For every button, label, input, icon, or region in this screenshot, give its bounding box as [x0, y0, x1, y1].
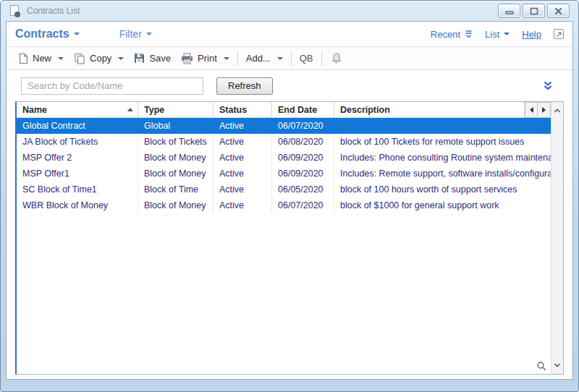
- menu-right-group: Recent List Help: [431, 29, 564, 40]
- toolbar-separator: [237, 51, 238, 66]
- cell-type: Block of Time: [138, 182, 214, 197]
- new-page-icon: [19, 53, 28, 64]
- title-bar: Contracts List: [1, 1, 578, 21]
- cell-name: JA Block of Tickets: [17, 134, 138, 150]
- chevron-down-icon: [74, 33, 80, 35]
- cell-description: block of 100 hours worth of support serv…: [334, 182, 551, 197]
- table-row[interactable]: MSP Offer 2 Block of Money Active 06/09/…: [17, 150, 551, 166]
- search-bar: Refresh: [7, 70, 572, 101]
- maximize-button[interactable]: [523, 4, 545, 18]
- new-button[interactable]: New: [14, 49, 69, 68]
- qb-button-label: QB: [300, 53, 313, 64]
- chevron-down-icon: [146, 33, 152, 35]
- recent-menu[interactable]: Recent: [431, 29, 473, 40]
- save-button[interactable]: Save: [129, 49, 176, 68]
- cell-status: Active: [214, 182, 272, 197]
- column-header-description[interactable]: Description: [334, 102, 525, 117]
- vertical-scrollbar[interactable]: [551, 102, 563, 374]
- window-title: Contracts List: [27, 6, 498, 16]
- cell-type: Block of Money: [138, 150, 214, 166]
- filter-menu[interactable]: Filter: [119, 28, 152, 40]
- close-button[interactable]: [547, 4, 570, 18]
- triangle-left-icon: [530, 107, 533, 113]
- cell-end-date: 06/05/2020: [272, 182, 334, 197]
- table-row[interactable]: SC Block of Time1 Block of Time Active 0…: [17, 182, 551, 197]
- minimize-button[interactable]: [498, 4, 520, 18]
- contracts-menu[interactable]: Contracts: [15, 27, 80, 41]
- column-header-type-label: Type: [144, 105, 164, 115]
- add-button-label: Add...: [246, 53, 271, 64]
- scroll-down-button[interactable]: [552, 359, 562, 372]
- menu-bar: Contracts Filter Recent List: [7, 22, 572, 46]
- table-row[interactable]: WBR Block of Money Block of Money Active…: [17, 197, 551, 213]
- toolbar-separator: [291, 51, 292, 66]
- cell-status: Active: [214, 150, 272, 166]
- table-header: Name Type Status End Date Description: [17, 102, 551, 118]
- maximize-icon: [530, 7, 538, 15]
- cell-description: Includes: Remote support, software insta…: [334, 166, 551, 182]
- double-chevron-down-icon: [543, 81, 553, 90]
- add-button[interactable]: Add...: [241, 49, 288, 68]
- help-link[interactable]: Help: [522, 29, 541, 40]
- refresh-button[interactable]: Refresh: [216, 77, 273, 95]
- chevron-down-icon: [224, 57, 229, 60]
- new-button-label: New: [33, 53, 51, 64]
- sort-ascending-icon: [127, 108, 133, 111]
- window-icon: [10, 5, 20, 17]
- app-window: Contracts List Contracts Filter: [0, 0, 579, 392]
- cell-end-date: 06/07/2020: [272, 197, 334, 213]
- minimize-icon: [505, 8, 514, 14]
- chevron-down-icon: [277, 57, 283, 60]
- chevron-up-icon: [552, 107, 562, 114]
- bell-icon: [330, 52, 343, 65]
- cell-description: block of $1000 for general support work: [334, 197, 551, 213]
- column-header-end-date-label: End Date: [278, 105, 317, 115]
- cell-type: Global: [138, 118, 214, 134]
- column-scroll-buttons: [525, 102, 551, 117]
- print-button[interactable]: Print: [176, 49, 234, 68]
- chevron-down-icon: [58, 57, 64, 60]
- table-row[interactable]: MSP Offer1 Block of Money Active 06/09/2…: [17, 166, 551, 182]
- save-button-label: Save: [149, 53, 171, 64]
- cell-type: Block of Money: [138, 197, 214, 213]
- chevron-down-icon: [504, 33, 510, 35]
- alerts-button[interactable]: [325, 49, 348, 68]
- cell-status: Active: [214, 134, 272, 150]
- column-header-end-date[interactable]: End Date: [272, 102, 334, 117]
- contracts-menu-label: Contracts: [15, 27, 69, 41]
- cell-end-date: 06/09/2020: [272, 166, 334, 182]
- copy-button[interactable]: Copy: [69, 49, 129, 68]
- column-header-type[interactable]: Type: [138, 102, 214, 117]
- scroll-columns-right-button[interactable]: [538, 102, 551, 118]
- search-input[interactable]: [21, 77, 203, 95]
- window-controls: [498, 4, 570, 18]
- save-floppy-icon: [134, 53, 145, 64]
- cell-name: MSP Offer 2: [17, 150, 138, 166]
- column-header-status-label: Status: [219, 105, 247, 115]
- scroll-columns-left-button[interactable]: [525, 102, 538, 118]
- qb-button[interactable]: QB: [295, 49, 318, 68]
- column-header-name-label: Name: [22, 105, 47, 115]
- popout-button[interactable]: [554, 29, 564, 39]
- grid-zoom-button[interactable]: [534, 359, 549, 372]
- copy-icon: [74, 53, 85, 64]
- popout-arrow-icon: [556, 31, 562, 38]
- cell-name: MSP Offer1: [17, 166, 138, 182]
- cell-end-date: 06/09/2020: [272, 150, 334, 166]
- grid-body: Global Contract Global Active 06/07/2020…: [17, 118, 551, 213]
- cell-name: Global Contract: [17, 118, 138, 134]
- table-row[interactable]: JA Block of Tickets Block of Tickets Act…: [17, 134, 551, 150]
- triangle-right-icon: [542, 107, 546, 113]
- expand-panel-button[interactable]: [543, 80, 553, 93]
- scroll-up-button[interactable]: [552, 104, 562, 117]
- list-menu[interactable]: List: [485, 29, 510, 40]
- copy-button-label: Copy: [90, 53, 111, 64]
- recent-lines-chevron-icon: [465, 30, 473, 38]
- column-header-name[interactable]: Name: [17, 102, 138, 117]
- column-header-status[interactable]: Status: [214, 102, 272, 117]
- cell-description: block of 100 Tickets for remote support …: [334, 134, 551, 150]
- table-row[interactable]: Global Contract Global Active 06/07/2020: [17, 118, 551, 134]
- cell-name: WBR Block of Money: [17, 197, 138, 213]
- cell-end-date: 06/08/2020: [272, 134, 334, 150]
- print-icon: [181, 53, 193, 64]
